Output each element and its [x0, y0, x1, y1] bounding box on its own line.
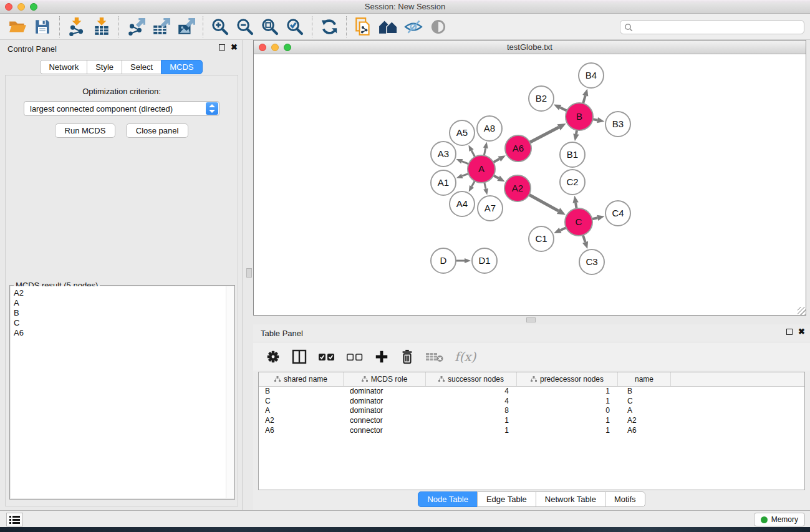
tab-style[interactable]: Style: [87, 60, 122, 74]
deselect-all-button[interactable]: [346, 349, 364, 364]
mcds-result-item[interactable]: A: [14, 298, 234, 308]
table-row[interactable]: Adominator80A: [259, 406, 804, 416]
function-builder-button[interactable]: f(x): [455, 349, 476, 364]
delete-column-button[interactable]: [400, 349, 415, 365]
control-panel-title: Control Panel: [7, 44, 57, 54]
zoom-in-button[interactable]: [208, 16, 233, 38]
mcds-result-list[interactable]: A2ABCA6: [11, 286, 234, 498]
checked-boxes-icon: [318, 349, 335, 364]
edge-arrowhead: [582, 241, 588, 249]
close-table-panel-icon[interactable]: ✖: [798, 329, 805, 335]
list-scrollbar[interactable]: [226, 286, 234, 498]
mcds-result-item[interactable]: A2: [14, 288, 234, 298]
float-panel-icon[interactable]: [219, 44, 225, 51]
column-header-MCDS-role[interactable]: MCDS role: [344, 372, 426, 386]
zoom-selected-button[interactable]: [282, 16, 307, 38]
column-chooser-button[interactable]: [291, 349, 307, 364]
node-label: B2: [536, 93, 547, 104]
export-table-button[interactable]: [148, 16, 173, 38]
node-table[interactable]: shared nameMCDS rolesuccessor nodesprede…: [258, 372, 805, 490]
vertical-splitter-handle[interactable]: [246, 268, 252, 278]
tab-network[interactable]: Network: [40, 60, 87, 74]
edge-arrowhead: [456, 159, 463, 163]
column-header-shared-name[interactable]: shared name: [259, 372, 344, 386]
tab-select[interactable]: Select: [122, 60, 162, 74]
horizontal-splitter-handle[interactable]: [526, 317, 536, 322]
close-panel-icon[interactable]: ✖: [231, 44, 238, 51]
table-toolbar: f(x): [253, 342, 810, 370]
edge-arrowhead: [468, 145, 473, 152]
table-row[interactable]: A2connector11A2: [259, 416, 804, 426]
mcds-result-item[interactable]: A6: [14, 328, 234, 338]
table-row[interactable]: Cdominator41C: [259, 397, 804, 407]
node-label: C: [576, 216, 582, 227]
desktop-background: [0, 527, 810, 532]
run-mcds-button[interactable]: Run MCDS: [55, 123, 116, 138]
table-cell: dominator: [344, 406, 426, 416]
float-table-panel-icon[interactable]: [786, 329, 793, 335]
search-input[interactable]: [635, 21, 804, 33]
columns-icon: [291, 349, 307, 364]
table-cell: 0: [517, 406, 618, 416]
node-label: A8: [484, 123, 495, 133]
mcds-result-item[interactable]: C: [14, 318, 234, 328]
export-network-button[interactable]: [123, 16, 148, 38]
select-all-button[interactable]: [318, 349, 335, 364]
column-type-icon: [362, 376, 368, 382]
tab-edge-table[interactable]: Edge Table: [477, 491, 536, 507]
table-cell: 1: [517, 397, 618, 407]
table-cell: connector: [344, 416, 426, 426]
search-field[interactable]: [620, 20, 804, 34]
table-settings-button[interactable]: [266, 349, 281, 364]
import-network-icon: [67, 17, 86, 36]
edge-arrowhead: [483, 142, 488, 149]
mcds-result-item[interactable]: B: [14, 308, 234, 318]
plus-icon: [374, 349, 389, 364]
search-icon: [624, 23, 633, 32]
hide-graphics-button[interactable]: [401, 16, 426, 38]
save-session-button[interactable]: [30, 16, 55, 38]
table-cell: dominator: [344, 397, 426, 407]
open-folder-icon: [8, 18, 27, 36]
import-table-button[interactable]: [89, 16, 114, 38]
add-column-button[interactable]: [374, 349, 389, 364]
column-header-name[interactable]: name: [618, 372, 671, 386]
refresh-button[interactable]: [317, 16, 342, 38]
home-button[interactable]: [376, 16, 401, 38]
tab-motifs[interactable]: Motifs: [605, 491, 645, 507]
clone-network-icon: [354, 17, 373, 37]
clone-network-button[interactable]: [351, 16, 376, 38]
export-image-button[interactable]: [173, 16, 198, 38]
close-panel-button[interactable]: Close panel: [126, 123, 189, 138]
show-graphics-button[interactable]: [426, 16, 451, 38]
criterion-dropdown[interactable]: largest connected component (directed): [24, 101, 219, 116]
open-session-button[interactable]: [5, 16, 30, 38]
edge-arrowhead: [483, 188, 488, 195]
zoom-fit-button[interactable]: [258, 16, 282, 38]
column-header-successor-nodes[interactable]: successor nodes: [426, 372, 517, 386]
column-header-predecessor-nodes[interactable]: predecessor nodes: [517, 372, 618, 386]
table-cell: 4: [426, 387, 517, 397]
node-label: B1: [567, 149, 578, 160]
table-cell: A2: [259, 416, 344, 426]
task-history-button[interactable]: [6, 513, 23, 526]
tab-node-table[interactable]: Node Table: [418, 491, 478, 507]
zoom-out-button[interactable]: [233, 16, 258, 38]
node-label: A5: [456, 127, 468, 138]
network-canvas[interactable]: B4B2BB3A5A8A6A3B1AA1C2A2A4A7CC4C1C3DD1: [254, 54, 806, 315]
edge-arrowhead: [554, 228, 561, 233]
table-row[interactable]: A6connector11A6: [259, 426, 804, 436]
node-label: B3: [612, 118, 624, 129]
import-network-button[interactable]: [64, 16, 89, 38]
table-row[interactable]: Bdominator41B: [259, 387, 804, 397]
tab-network-table[interactable]: Network Table: [536, 491, 605, 507]
network-graph[interactable]: B4B2BB3A5A8A6A3B1AA1C2A2A4A7CC4C1C3DD1: [254, 54, 806, 315]
tab-mcds[interactable]: MCDS: [161, 60, 202, 74]
node-label: C3: [586, 256, 597, 267]
home-icon: [378, 18, 398, 36]
memory-button[interactable]: Memory: [754, 513, 805, 526]
resize-grip[interactable]: [798, 307, 806, 315]
delete-table-button[interactable]: [425, 350, 444, 364]
toolbar-separator: [203, 16, 203, 37]
zoom-selected-icon: [286, 17, 304, 36]
